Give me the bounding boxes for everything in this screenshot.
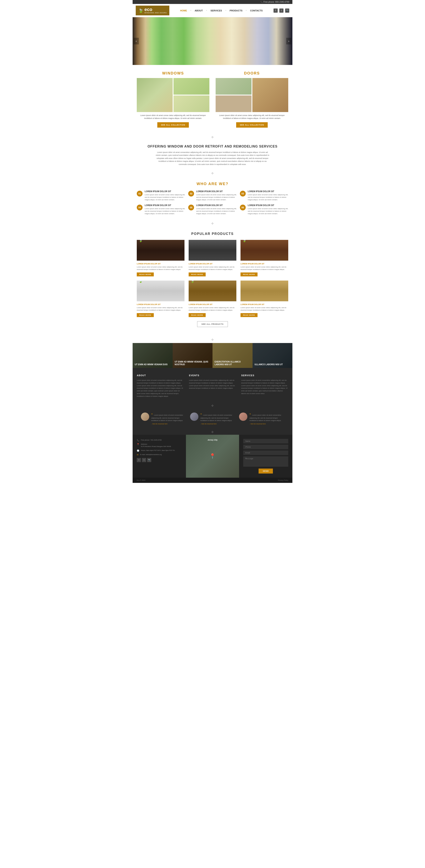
products-grid: WINDOWS Lorem ipsum dolor sit amet conse… (137, 71, 288, 128)
nav-about[interactable]: ABOUT (195, 9, 203, 12)
who-item-text-1: Lorem ipsum dolor sit amet conse ctetur … (145, 194, 185, 201)
social-icons: f t 📷 (274, 8, 289, 13)
form-phone-input[interactable] (243, 445, 288, 449)
door-image-1 (216, 78, 251, 95)
privacy-policy-link[interactable]: Privacy Policy (278, 479, 288, 481)
product-image-3: 🍃 (241, 240, 288, 260)
contact-email-text: E-mail: hello@domainlink.org (140, 454, 162, 456)
email-icon: ✉ (137, 454, 139, 456)
product-title-6: LOREM IPSUM DOLOR SIT (241, 303, 288, 305)
read-more-button-6[interactable]: READ MORE (241, 313, 257, 317)
gallery-overlay-2: UT ENIM AD MINIM VENIAM, QUIS NOSTRUD (173, 343, 213, 368)
footer-events-text: Lorem ipsum dolor sit amet consectetur a… (189, 379, 236, 390)
testimonial-2: " Lorem ipsum dolor sit amet consectetur… (190, 412, 235, 425)
email-label: E-mail: (140, 454, 145, 456)
copyright-text: Eco © 2022 (137, 479, 146, 481)
testimonials-grid: " Lorem ipsum dolor sit amet consectetur… (141, 412, 284, 425)
who-content-4: LOREM IPSUM DOLOR SIT Lorem ipsum dolor … (145, 204, 185, 215)
divider-2: ✤ (132, 170, 293, 177)
form-email-input[interactable] (243, 451, 288, 455)
leaf-icon-4: 🍃 (139, 281, 142, 283)
window-image-3 (174, 95, 209, 112)
nav-services[interactable]: SERVICES (210, 9, 222, 12)
testimonial-author-3: - Sed do eiusmod tem (249, 423, 284, 425)
quote-icon-2: " (201, 413, 202, 416)
divider-4: ✤ (132, 336, 293, 343)
form-message-input[interactable] (243, 456, 288, 467)
door-image-2 (252, 78, 288, 112)
doors-collection-button[interactable]: SEE ALL COLLECTION (236, 122, 268, 128)
contact-hours-text: Hours: 8am-4pm PST M-Fr, 8am-5pm PST Fri (141, 449, 175, 452)
who-item-title-2: LOREM IPSUM DOLOR SIT (196, 190, 237, 192)
nav-products[interactable]: PRODUCTS (230, 9, 243, 12)
read-more-button-1[interactable]: READ MORE (137, 273, 154, 276)
address-value: 9176 Monitors Road,Glasgow G64 9NX8 (141, 445, 171, 447)
doors-title: DOORS (216, 71, 288, 75)
footer-ig-icon[interactable]: 📷 (147, 458, 151, 462)
footer: ABOUT Lorem ipsum dolor sit amet consect… (132, 368, 293, 435)
read-more-button-2[interactable]: READ MORE (189, 273, 206, 276)
phone-number: 800-2345-6789 (275, 1, 289, 3)
footer-fb-icon[interactable]: f (137, 458, 141, 462)
divider-icon-6: ✤ (211, 430, 214, 434)
testimonial-content-2: " Lorem ipsum dolor sit amet consectetur… (201, 412, 235, 425)
footer-tw-icon[interactable]: t (142, 458, 146, 462)
quote-icon-1: " (151, 413, 153, 416)
gallery-item-4[interactable]: ULLAMCO LABORIS NISI UT (252, 343, 293, 368)
phone-contact-icon: 📞 (137, 439, 139, 441)
who-item-2: 02 LOREM IPSUM DOLOR SIT Lorem ipsum dol… (188, 190, 237, 201)
leaf-icon-3: 🍃 (243, 240, 246, 242)
testimonial-content-1: " Lorem ipsum dolor sit amet consectetur… (151, 412, 186, 425)
who-content-6: LOREM IPSUM DOLOR SIT Lorem ipsum dolor … (248, 204, 288, 215)
windows-collection-button[interactable]: SEE ALL COLLECTION (157, 122, 189, 128)
gallery-text-4: ULLAMCO LABORIS NISI UT (254, 363, 283, 366)
nav-sep3: ✦ (225, 9, 226, 11)
who-num-2: 02 (188, 191, 194, 196)
contact-phone-item: 📞 Free phone: 700-2345-6789 (137, 439, 182, 441)
gallery-strip: UT ENIM AD MINIM VENIAM DUIS UT ENIM AD … (132, 343, 293, 368)
see-all-products-button[interactable]: SEE ALL PRODUCTS (197, 321, 228, 327)
contact-address-text: Address: 9176 Monitors Road,Glasgow G64 … (141, 443, 171, 447)
product-text-4: Lorem ipsum dolor sit amet conse ctetur … (137, 307, 184, 311)
testimonial-author-1: - Sed do eiusmod tem (151, 423, 186, 425)
facebook-icon[interactable]: f (274, 8, 278, 13)
product-title-3: LOREM IPSUM DOLOR SIT (241, 263, 288, 265)
windows-title: WINDOWS (137, 71, 209, 75)
logo-text: eco WINDOWS AND DOORS (145, 7, 167, 14)
contact-address-item: 📍 Address: 9176 Monitors Road,Glasgow G6… (137, 443, 182, 447)
popular-products-section: POPULAR PRODUCTS 🍃 LOREM IPSUM DOLOR SIT… (132, 227, 293, 336)
testimonial-author-2: - Sed do eiusmod tem (201, 423, 235, 425)
gallery-item-1[interactable]: UT ENIM AD MINIM VENIAM DUIS (132, 343, 173, 368)
nav-sep4: ✦ (245, 9, 247, 11)
read-more-button-4[interactable]: READ MORE (137, 313, 154, 317)
testimonial-1: " Lorem ipsum dolor sit amet consectetur… (141, 412, 186, 425)
form-send-button[interactable]: SEND (259, 469, 273, 473)
product-image-4: 🍃 (137, 281, 184, 301)
hero-next-button[interactable]: › (286, 38, 291, 44)
who-num-1: 01 (137, 191, 143, 196)
gallery-overlay-1: UT ENIM AD MINIM VENIAM DUIS (132, 343, 173, 368)
phone-label: Free phone: (263, 1, 275, 3)
who-section: WHO ARE WE? 01 LOREM IPSUM DOLOR SIT Lor… (132, 177, 293, 220)
footer-about-text: Lorem ipsum dolor sit amet consectetur a… (137, 379, 184, 398)
nav-home[interactable]: HOME (180, 9, 187, 12)
who-item-6: 06 LOREM IPSUM DOLOR SIT Lorem ipsum dol… (240, 204, 288, 215)
hero-prev-button[interactable]: ‹ (134, 38, 139, 44)
gallery-text-2: UT ENIM AD MINIM VENIAM, QUIS NOSTRUD (175, 361, 211, 366)
nav-contacts[interactable]: CONTACTS (250, 9, 263, 12)
gallery-item-2[interactable]: UT ENIM AD MINIM VENIAM, QUIS NOSTRUD (173, 343, 213, 368)
door-image-3 (216, 95, 251, 112)
window-image-1 (137, 78, 173, 112)
who-item-text-6: Lorem ipsum dolor sit amet conse ctetur … (248, 208, 288, 215)
twitter-icon[interactable]: t (279, 8, 283, 13)
logo[interactable]: 🍃 eco WINDOWS AND DOORS (136, 6, 169, 16)
instagram-icon[interactable]: 📷 (285, 8, 289, 13)
form-name-input[interactable] (243, 439, 288, 443)
footer-events-col: EVENTS Lorem ipsum dolor sit amet consec… (189, 374, 236, 398)
contact-hours-item: 🕐 Hours: 8am-4pm PST M-Fr, 8am-5pm PST F… (137, 449, 182, 452)
read-more-button-5[interactable]: READ MORE (189, 313, 206, 317)
phone-contact-label: Free phone: (141, 439, 150, 441)
gallery-item-3[interactable]: EXERCITATION ULLAMCO LABORIS NISI UT (212, 343, 252, 368)
divider-icon: ✤ (211, 135, 214, 139)
read-more-button-3[interactable]: READ MORE (241, 273, 257, 276)
